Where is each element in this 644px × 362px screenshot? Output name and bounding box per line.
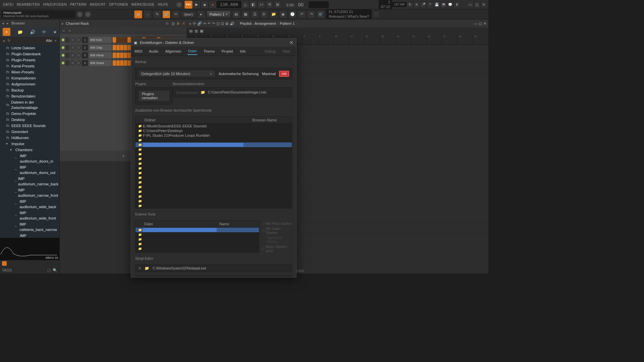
folder-row-empty[interactable]: 📁: [136, 194, 292, 199]
ruler-bar[interactable]: 17: [442, 34, 457, 45]
ruler-bar[interactable]: 11: [349, 34, 364, 45]
playlist-menu-icon[interactable]: ▸: [190, 21, 192, 26]
channel-number[interactable]: 4: [82, 60, 88, 66]
tree-item[interactable]: 🗀Aufgenommen: [0, 81, 59, 87]
step-cell[interactable]: [113, 60, 116, 66]
ruler-bar[interactable]: 13: [380, 34, 395, 45]
browser-add-icon[interactable]: ＋: [3, 28, 10, 36]
troubleshoot-expander[interactable]: Fehlerbehebung...⌄: [135, 275, 292, 277]
snap-arrow-icon[interactable]: ▸: [197, 10, 205, 18]
step-cell[interactable]: [120, 45, 123, 50]
folder-row-empty[interactable]: 📁: [136, 203, 292, 208]
channel-name[interactable]: 808 Snare: [89, 60, 112, 66]
pl-tool1-icon[interactable]: 🔗: [197, 21, 202, 26]
backup-interval-dropdown[interactable]: Gelegentlich (alle 10 Minuten)▸: [138, 70, 215, 77]
pl-speaker-icon[interactable]: 🔊: [230, 21, 234, 26]
tree-imp-item[interactable]: ~IMP auditorium_wide_front: [0, 210, 59, 221]
switch-user-button[interactable]: ✕: [413, 1, 420, 8]
folder-row-selected[interactable]: 📁: [136, 142, 292, 147]
step-cell[interactable]: [116, 60, 120, 66]
browser-back-icon[interactable]: ◂: [2, 21, 4, 25]
browser-tags-label[interactable]: TAGS: [2, 268, 12, 272]
tool-redo-icon[interactable]: ↷: [307, 10, 315, 18]
cr-knob1[interactable]: [62, 29, 66, 33]
tree-imp-item[interactable]: ~IMP auditorium_narrow_back: [0, 176, 59, 187]
channel-led[interactable]: [62, 46, 64, 49]
step-cell[interactable]: [113, 53, 116, 58]
step-cell[interactable]: [120, 37, 123, 43]
tempo-display[interactable]: 130.000: [217, 1, 241, 8]
step-cell[interactable]: [124, 60, 127, 66]
tree-item[interactable]: 🗀Plugin-Datenbank: [0, 51, 59, 57]
ext-tools-table[interactable]: Datei Name 📁 📁 📁 📁 📁: [135, 220, 259, 253]
cr-close-icon[interactable]: ✕: [182, 21, 185, 26]
metronome-button[interactable]: △: [241, 1, 249, 9]
tree-item[interactable]: 🗀Demo-Projekte: [0, 111, 59, 117]
wait-input-button[interactable]: ◧: [249, 1, 257, 9]
manage-plugins-button[interactable]: Plugins verwalten: [138, 90, 170, 102]
browser-refresh-icon[interactable]: ⟳: [42, 29, 46, 35]
tree-imp-item[interactable]: ~IMP auditorium_narrow_front: [0, 187, 59, 198]
countdown-button[interactable]: 3·2: [257, 1, 265, 9]
step-cell[interactable]: [127, 37, 131, 43]
folder-row-empty[interactable]: 📁: [136, 185, 292, 189]
pattern-selector[interactable]: Pattern 1▾: [207, 11, 231, 18]
step-cell[interactable]: [124, 53, 127, 58]
tree-item[interactable]: 🗀Kanal-Presets: [0, 63, 59, 69]
master-volume-knob[interactable]: [85, 11, 91, 18]
step-cell[interactable]: [116, 53, 120, 58]
cr-wave-icon[interactable]: ⊪: [177, 21, 180, 26]
channel-number[interactable]: 3: [82, 52, 88, 58]
tree-chambers[interactable]: ▾Chambers: [0, 147, 59, 153]
ext-opt-start[interactable]: Beim Starten ausf.: [262, 245, 292, 253]
main-volume-knob[interactable]: [176, 1, 182, 8]
maximize-button[interactable]: ◻: [474, 1, 480, 8]
folder-row-empty[interactable]: 📁: [136, 161, 292, 166]
ruler-bar[interactable]: 19: [473, 34, 488, 45]
pat-song-toggle[interactable]: PAT: [184, 1, 193, 9]
channel-pan-knob[interactable]: [70, 53, 75, 58]
save-button[interactable]: 💾: [433, 1, 440, 8]
tree-item[interactable]: 🗀Mixer-Presets: [0, 69, 59, 75]
script-clear-icon[interactable]: ✕: [138, 266, 141, 270]
pl-view1-icon[interactable]: ▤: [189, 29, 193, 33]
ruler-bar[interactable]: 9: [318, 34, 333, 45]
pl-tool5-icon[interactable]: ⊞: [225, 21, 228, 26]
tree-imp-item[interactable]: ~IMP auditorium_wide_back: [0, 198, 59, 210]
tree-item[interactable]: 🗀Backup: [0, 87, 59, 93]
channel-vol-knob[interactable]: [76, 61, 81, 65]
stop-button[interactable]: ■: [201, 1, 209, 9]
tree-item[interactable]: 🗀Kompositionen: [0, 75, 59, 81]
pl-tool4-icon[interactable]: ⊡: [221, 21, 224, 26]
view-channelrack-button[interactable]: ☰: [251, 10, 259, 18]
pl-tool3-icon[interactable]: ◫: [216, 21, 220, 26]
tool-undo-icon[interactable]: ↶: [298, 10, 306, 18]
time-display[interactable]: 0:00:00: [281, 2, 309, 7]
tree-imp-item[interactable]: ~IMP auditorium_doors_out: [0, 164, 59, 176]
tree-imp-item[interactable]: ~IMP cafeteria_back_narrow: [0, 221, 59, 233]
dialog-tab-allgemein[interactable]: Allgemein: [164, 48, 182, 55]
snap-selector[interactable]: (leer): [181, 11, 196, 17]
ruler-bar[interactable]: 8: [302, 34, 318, 45]
browser-tree[interactable]: 🗀Letzte Dateien🗀Plugin-Datenbank🗀Plugin-…: [0, 44, 59, 237]
tree-item[interactable]: 🗀Letzte Dateien: [0, 45, 59, 51]
ruler-bar[interactable]: 18: [457, 34, 473, 45]
tool-arrow-icon[interactable]: →: [144, 10, 152, 18]
pl-tool2-icon[interactable]: ✂: [203, 21, 206, 26]
news-refresh-icon[interactable]: [373, 11, 380, 18]
channel-rack-menu-icon[interactable]: ▸: [62, 21, 64, 26]
channel-name[interactable]: 808 Clap: [89, 45, 112, 51]
step-cell[interactable]: [116, 45, 120, 50]
folder-row-empty[interactable]: 📁: [136, 175, 292, 180]
step-cell[interactable]: [127, 60, 131, 66]
close-app-button[interactable]: ✕: [480, 1, 487, 8]
tree-item[interactable]: 🗀Hüllkurven: [0, 135, 59, 141]
dialog-tab-theme[interactable]: Theme: [203, 48, 215, 55]
dialog-tab-debug[interactable]: Debug: [264, 48, 276, 55]
dialog-tab-projekt[interactable]: Projekt: [221, 48, 234, 55]
menu-edit[interactable]: BEARBEITEN: [15, 3, 41, 6]
cr-knob2[interactable]: [68, 29, 72, 33]
menu-view[interactable]: ANSICHT: [88, 3, 107, 6]
ruler-bar[interactable]: 16: [426, 34, 442, 45]
channel-number[interactable]: 2: [82, 45, 88, 51]
